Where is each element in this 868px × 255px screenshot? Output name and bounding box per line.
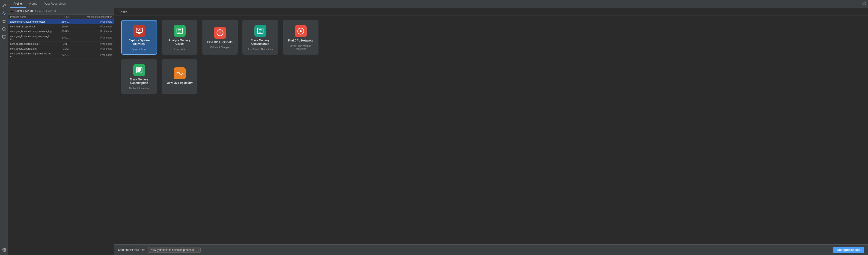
svg-point-5 xyxy=(3,250,5,251)
process-name: android.com.java.profiltertester xyxy=(10,20,52,23)
process-pid: 28041 xyxy=(52,20,70,23)
tasks-row-2: Track Memory Consumption Native Allocati… xyxy=(121,59,861,94)
task-card-java-kotlin[interactable]: Track Memory Consumption Java/Kotlin All… xyxy=(242,20,278,55)
header-process-name: Process name xyxy=(10,15,52,18)
task-icon-system-trace xyxy=(133,25,145,37)
tab-profiler[interactable]: Profiler xyxy=(10,0,26,8)
process-manifest: Profileable xyxy=(70,54,113,56)
task-icon-callstack xyxy=(214,27,226,39)
task-title-heap-dump: Analyze Memory Usage xyxy=(164,39,195,46)
sidebar-icon-settings[interactable] xyxy=(1,247,7,253)
tasks-row-1: Capture System Activities System Trace xyxy=(121,20,861,55)
sidebar-icon-profiler[interactable] xyxy=(1,10,7,17)
process-row[interactable]: com.android.systemui 29034 Profileable xyxy=(8,24,114,29)
task-icon-live-telemetry xyxy=(174,67,186,79)
sidebar-icon-monitor[interactable] xyxy=(1,34,7,40)
task-icon-native-alloc xyxy=(133,64,145,76)
bottom-bar: Start profiler task from Now (attaches t… xyxy=(114,245,868,255)
tasks-grid: Capture System Activities System Trace xyxy=(114,15,868,245)
process-pid: 2172 xyxy=(52,47,70,50)
process-manifest: Profileable xyxy=(70,20,113,23)
sidebar-icon-clock[interactable] xyxy=(1,26,7,32)
right-panel: Tasks Capture System xyxy=(114,8,868,255)
task-title-java-kotlin: Track Memory Consumption xyxy=(245,39,275,46)
task-icon-java-kotlin xyxy=(254,25,266,37)
tasks-title: Tasks xyxy=(119,10,127,14)
device-name: Pixel 7 API 34 xyxy=(16,9,33,13)
task-subtitle-java-kotlin: Java/Kotlin Allocations xyxy=(248,48,273,51)
process-table-header: Process name PID Manifest Configuration xyxy=(8,14,114,19)
process-row[interactable]: com.google.android.inputmethod.latin 272… xyxy=(8,51,114,59)
svg-point-17 xyxy=(300,30,302,32)
header-manifest: Manifest Configuration xyxy=(70,15,113,18)
settings-icon[interactable] xyxy=(863,2,866,6)
task-icon-java-kotlin-rec xyxy=(295,25,307,37)
tab-home[interactable]: Home xyxy=(26,0,40,8)
task-subtitle-system-trace: System Trace xyxy=(131,48,147,51)
task-card-live-telemetry[interactable]: View Live Telemetry xyxy=(162,59,197,94)
process-manifest: Profileable xyxy=(70,42,113,45)
start-profiler-button[interactable]: Start profiler task xyxy=(833,247,864,253)
device-icon: 📱 xyxy=(10,9,14,13)
device-row: 📱 Pixel 7 API 34 Android 14, API 34 xyxy=(8,8,114,14)
tabs-bar: Profiler Home Past Recordings ⋮ xyxy=(8,0,868,8)
sidebar xyxy=(0,0,8,255)
svg-rect-2 xyxy=(2,35,6,38)
tab-past-recordings[interactable]: Past Recordings xyxy=(40,0,69,8)
sidebar-icon-star[interactable] xyxy=(1,18,7,25)
process-row[interactable]: com.google.android.apps.messaging 28613 … xyxy=(8,29,114,34)
process-pid: 28613 xyxy=(52,30,70,33)
start-from-dropdown[interactable]: Now (attaches to selected process)From s… xyxy=(148,247,200,253)
task-title-live-telemetry: View Live Telemetry xyxy=(166,81,193,85)
process-pid: 27251 xyxy=(52,54,70,56)
process-table: Process name PID Manifest Configuration … xyxy=(8,14,114,255)
process-row[interactable]: com.google.android.apps.messaging... 245… xyxy=(8,34,114,41)
task-title-callstack: Find CPU Hotspots xyxy=(207,40,232,44)
sidebar-icon-tools[interactable] xyxy=(1,2,7,9)
process-pid: 24501 xyxy=(52,36,70,39)
svg-marker-0 xyxy=(2,20,6,23)
process-name: com.google.android.gm xyxy=(10,47,52,50)
device-api: Android 14, API 34 xyxy=(35,10,56,12)
process-name: com.google.android.apps.messaging... xyxy=(10,35,52,40)
task-subtitle-java-kotlin-rec: Java/Kotlin Method Recording xyxy=(285,44,316,51)
process-row[interactable]: com.google.android.dialer 2017 Profileab… xyxy=(8,41,114,46)
task-card-java-kotlin-rec[interactable]: Find CPU Hotspots Java/Kotlin Method Rec… xyxy=(283,20,318,55)
more-options-icon[interactable]: ⋮ xyxy=(856,2,860,6)
start-from-label: Start profiler task from xyxy=(118,248,145,252)
content-area: 📱 Pixel 7 API 34 Android 14, API 34 Proc… xyxy=(8,8,868,255)
process-name: com.google.android.dialer xyxy=(10,42,52,45)
process-rows-container: android.com.java.profiltertester 28041 P… xyxy=(8,19,114,59)
header-pid: PID xyxy=(52,15,70,18)
main-panel: Profiler Home Past Recordings ⋮ 📱 Pixel … xyxy=(8,0,868,255)
process-row[interactable]: android.com.java.profiltertester 28041 P… xyxy=(8,19,114,24)
task-title-java-kotlin-rec: Find CPU Hotspots xyxy=(288,39,313,43)
svg-point-19 xyxy=(179,73,180,74)
process-name: com.google.android.apps.messaging xyxy=(10,30,52,33)
process-pid: 29034 xyxy=(52,25,70,28)
process-pid: 2017 xyxy=(52,42,70,45)
task-subtitle-heap-dump: Heap Dump xyxy=(173,48,186,51)
task-subtitle-native-alloc: Native Allocations xyxy=(129,87,149,90)
process-manifest: Profileable xyxy=(70,47,113,50)
tasks-header: Tasks xyxy=(114,8,868,15)
start-from-dropdown-wrapper: Now (attaches to selected process)From s… xyxy=(148,247,200,253)
process-manifest: Profileable xyxy=(70,36,113,39)
task-card-system-trace[interactable]: Capture System Activities System Trace xyxy=(121,20,157,55)
task-card-native-alloc[interactable]: Track Memory Consumption Native Allocati… xyxy=(121,59,157,94)
task-icon-heap-dump xyxy=(174,25,186,37)
task-card-callstack[interactable]: Find CPU Hotspots Callstack Sample xyxy=(202,20,238,55)
svg-point-6 xyxy=(864,3,865,4)
process-name: com.android.systemui xyxy=(10,25,52,28)
process-name: com.google.android.inputmethod.latin xyxy=(10,52,52,58)
task-title-system-trace: Capture System Activities xyxy=(124,39,154,46)
process-manifest: Profileable xyxy=(70,25,113,28)
task-title-native-alloc: Track Memory Consumption xyxy=(124,78,154,85)
left-panel: 📱 Pixel 7 API 34 Android 14, API 34 Proc… xyxy=(8,8,114,255)
process-row[interactable]: com.google.android.gm 2172 Profileable xyxy=(8,46,114,51)
process-manifest: Profileable xyxy=(70,30,113,33)
task-subtitle-callstack: Callstack Sample xyxy=(210,46,230,49)
task-card-heap-dump[interactable]: Analyze Memory Usage Heap Dump xyxy=(162,20,197,55)
